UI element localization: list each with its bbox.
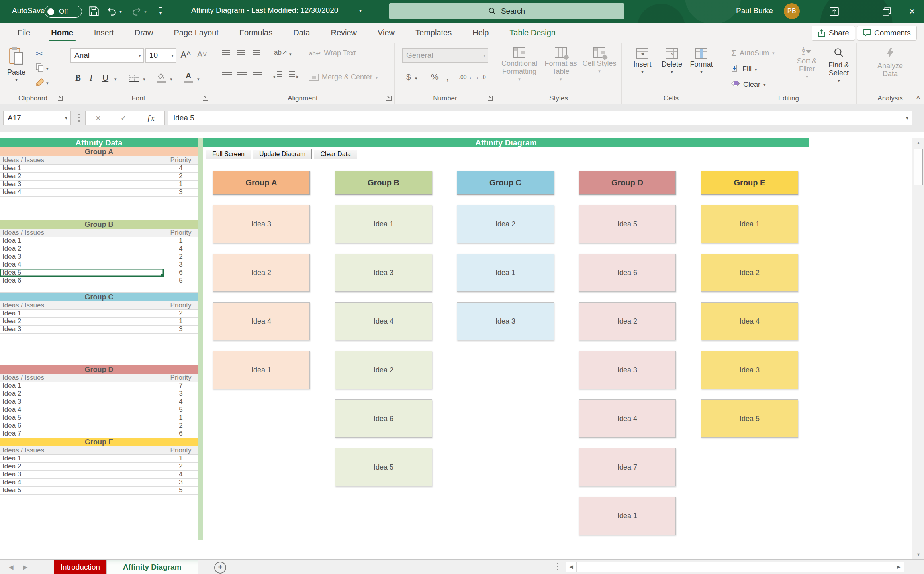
insert-cells-button[interactable]: ◄ Insert ▾ [628,48,656,74]
priority-cell[interactable]: 3 [164,188,198,197]
restore-icon[interactable] [875,0,899,23]
priority-cell[interactable]: 3 [164,325,198,334]
group-header-cell[interactable]: Group E [0,438,198,446]
bottom-align-button[interactable] [253,50,260,57]
idea-cell[interactable]: Idea 3 [0,253,164,261]
cancel-icon[interactable]: × [96,114,100,123]
formula-input[interactable]: Idea 5 ▾ [168,111,912,125]
copy-button[interactable] [36,63,44,74]
orientation-button[interactable]: ab↗ [274,48,287,57]
update-diagram-button[interactable]: Update Diagram [253,149,312,159]
diagram-group-header[interactable]: Group C [457,171,554,195]
share-button[interactable]: Share [812,26,855,41]
priority-cell[interactable]: 4 [164,470,198,479]
priority-cell[interactable]: 5 [164,486,198,495]
insert-function-icon[interactable]: ƒx [147,114,155,123]
priority-header-cell[interactable]: Priority [164,301,198,310]
orientation-dropdown-icon[interactable]: ▾ [289,52,292,56]
priority-cell[interactable]: 2 [164,309,198,318]
idea-cell[interactable]: Idea 3 [0,470,164,479]
paste-button[interactable]: Paste ▾ [3,47,29,82]
group-header-cell[interactable]: Group B [0,220,198,229]
idea-card[interactable]: Idea 3 [701,351,798,389]
find-select-button[interactable]: Find & Select ▾ [824,47,854,83]
idea-cell[interactable]: Idea 4 [0,406,164,414]
empty-idea-cell[interactable] [0,212,164,220]
priority-cell[interactable]: 1 [164,180,198,189]
ribbon-tab[interactable]: View [367,23,405,43]
idea-card[interactable]: Idea 1 [335,205,432,243]
empty-priority-cell[interactable] [164,196,198,204]
empty-priority-cell[interactable] [164,349,198,357]
undo-dropdown-icon[interactable]: ▾ [119,9,122,14]
format-cells-button[interactable]: Format ▾ [687,48,715,74]
idea-cell[interactable]: Idea 2 [0,172,164,181]
idea-card[interactable]: Idea 5 [335,448,432,486]
priority-cell[interactable]: 1 [164,237,198,245]
group-header-cell[interactable]: Group D [0,365,198,374]
ideas-issues-header-cell[interactable]: Ideas / Issues [0,374,164,382]
idea-card[interactable]: Idea 3 [335,254,432,292]
decrease-decimal-button[interactable]: ←.0 [476,74,486,80]
idea-cell[interactable]: Idea 3 [0,398,164,406]
sheet-tab-introduction[interactable]: Introduction [54,560,106,574]
priority-cell[interactable]: 5 [164,406,198,414]
increase-indent-button[interactable]: ► [289,71,300,79]
empty-idea-cell[interactable] [0,494,164,502]
formula-bar-splitter[interactable] [78,114,80,123]
ribbon-tab[interactable]: Draw [124,23,164,43]
priority-cell[interactable]: 3 [164,261,198,269]
horizontal-scrollbar[interactable]: ◀ ▶ [566,562,904,572]
title-dropdown-icon[interactable]: ▾ [359,8,362,14]
increase-font-size-button[interactable]: A^ [180,50,191,61]
idea-cell[interactable]: Idea 6 [0,422,164,430]
group-header-cell[interactable]: Group C [0,293,198,301]
copy-dropdown-icon[interactable]: ▾ [46,67,49,71]
ribbon-tab[interactable]: Data [283,23,320,43]
align-left-button[interactable] [222,72,232,81]
increase-decimal-button[interactable]: .00→ [459,74,472,80]
priority-header-cell[interactable]: Priority [164,446,198,455]
name-box-dropdown-icon[interactable]: ▾ [65,115,67,121]
idea-cell[interactable]: Idea 4 [0,478,164,487]
empty-idea-cell[interactable] [0,341,164,349]
search-input[interactable]: Search [389,3,624,19]
number-dialog-launcher-icon[interactable] [488,96,493,101]
idea-card[interactable]: Idea 4 [335,302,432,340]
ribbon-tab[interactable]: Templates [405,23,462,43]
clear-data-button[interactable]: Clear Data [314,149,357,159]
empty-idea-cell[interactable] [0,502,164,510]
align-center-button[interactable] [237,72,247,81]
empty-priority-cell[interactable] [164,204,198,212]
priority-cell[interactable]: 1 [164,317,198,326]
fill-color-dropdown-icon[interactable]: ▾ [170,77,172,81]
priority-cell[interactable]: 6 [164,430,198,438]
customize-quick-access-icon[interactable]: ▾ [159,7,162,17]
ideas-issues-header-cell[interactable]: Ideas / Issues [0,301,164,310]
align-right-button[interactable] [253,72,262,81]
priority-header-cell[interactable]: Priority [164,156,198,165]
underline-button[interactable]: U [102,73,108,83]
ideas-issues-header-cell[interactable]: Ideas / Issues [0,229,164,237]
group-header-cell[interactable]: Group A [0,147,198,156]
priority-cell[interactable]: 2 [164,253,198,261]
idea-card[interactable]: Idea 2 [579,302,676,340]
priority-cell[interactable]: 4 [164,398,198,406]
idea-cell[interactable]: Idea 1 [0,454,164,463]
format-painter-button[interactable] [36,78,45,88]
ribbon-display-options-icon[interactable] [822,0,846,23]
priority-cell[interactable]: 6 [164,269,198,277]
ribbon-tab[interactable]: Insert [84,23,124,43]
save-icon[interactable] [88,6,100,19]
percent-style-button[interactable]: % [431,72,439,82]
ribbon-tab[interactable]: Help [462,23,499,43]
priority-header-cell[interactable]: Priority [164,374,198,382]
formula-expand-icon[interactable]: ▾ [906,115,908,121]
minimize-icon[interactable]: — [848,0,872,23]
fill-color-button[interactable] [157,72,166,83]
idea-cell[interactable]: Idea 4 [0,188,164,197]
empty-idea-cell[interactable] [0,204,164,212]
priority-cell[interactable]: 2 [164,422,198,430]
idea-cell[interactable]: Idea 5 [0,269,164,277]
idea-card[interactable]: Idea 7 [579,448,676,486]
